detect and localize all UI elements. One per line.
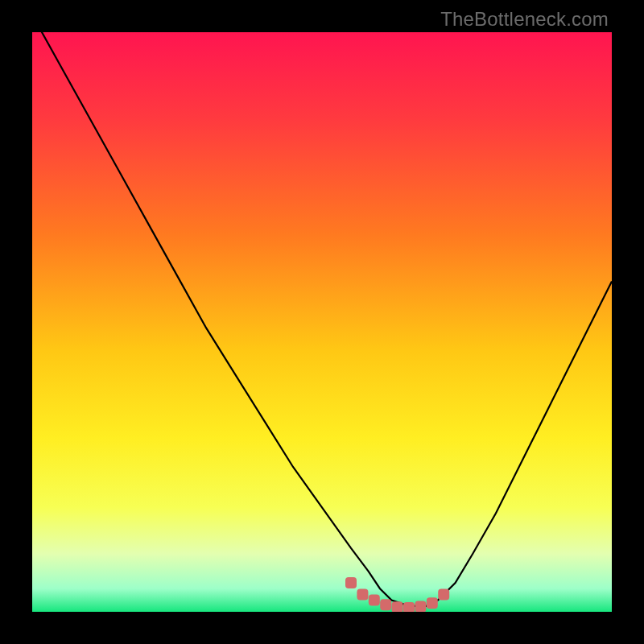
marker-point xyxy=(427,597,438,609)
marker-point xyxy=(380,599,391,610)
marker-point xyxy=(357,588,368,600)
watermark-text: TheBottleneck.com xyxy=(440,8,609,31)
marker-point xyxy=(345,577,357,588)
marker-point xyxy=(392,601,403,612)
plot-area xyxy=(32,32,612,612)
marker-point xyxy=(403,602,415,612)
marker-point xyxy=(438,588,449,600)
marker-point xyxy=(415,601,426,612)
marker-point xyxy=(369,595,380,606)
chart-frame: TheBottleneck.com xyxy=(0,0,644,644)
optimal-range-markers xyxy=(32,32,612,612)
